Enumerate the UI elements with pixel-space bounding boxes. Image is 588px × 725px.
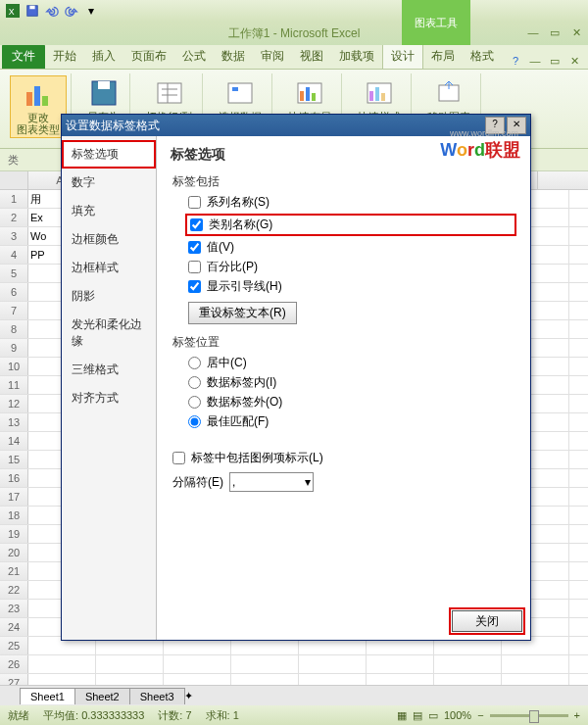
row-header[interactable]: 4: [0, 246, 28, 264]
col-header[interactable]: [0, 171, 28, 189]
zoom-level[interactable]: 100%: [444, 709, 471, 721]
cell[interactable]: [96, 655, 164, 673]
row-header[interactable]: 13: [0, 413, 28, 431]
row-header[interactable]: 24: [0, 618, 28, 636]
dialog-nav-item[interactable]: 边框样式: [62, 254, 156, 282]
label-option-checkbox[interactable]: [188, 241, 201, 254]
ribbon-tabs: 文件 开始 插入 页面布 公式 数据 审阅 视图 加载项 设计 布局 格式 ? …: [0, 45, 588, 70]
maximize-button[interactable]: ▭: [547, 26, 563, 40]
row-header[interactable]: 11: [0, 376, 28, 394]
close-window-button[interactable]: ✕: [568, 26, 584, 40]
sheet-tab[interactable]: Sheet1: [20, 688, 75, 704]
zoom-in-button[interactable]: +: [574, 709, 580, 721]
row-header[interactable]: 8: [0, 320, 28, 338]
row-header[interactable]: 16: [0, 469, 28, 487]
sheet-tab[interactable]: Sheet3: [129, 688, 185, 704]
dialog-close-button[interactable]: 关闭: [452, 610, 522, 632]
label-option-checkbox[interactable]: [188, 196, 201, 209]
window-title: 工作簿1 - Microsoft Excel: [228, 25, 361, 42]
doc-min-button[interactable]: —: [527, 55, 543, 69]
tab-pagelayout[interactable]: 页面布: [123, 44, 174, 69]
row-header[interactable]: 7: [0, 302, 28, 319]
row-header[interactable]: 5: [0, 265, 28, 282]
doc-close-button[interactable]: ✕: [566, 55, 582, 69]
tab-layout[interactable]: 布局: [423, 44, 463, 69]
cell[interactable]: [367, 655, 434, 673]
view-pagebreak-icon[interactable]: ▭: [428, 709, 438, 722]
row-header[interactable]: 18: [0, 507, 28, 524]
redo-icon[interactable]: [63, 2, 80, 20]
tab-file[interactable]: 文件: [2, 44, 45, 69]
row-header[interactable]: 14: [0, 432, 28, 450]
row-header[interactable]: 20: [0, 544, 28, 561]
new-sheet-button[interactable]: ✦: [184, 690, 193, 702]
undo-icon[interactable]: [43, 2, 61, 20]
doc-max-button[interactable]: ▭: [547, 55, 563, 69]
row-header[interactable]: 15: [0, 451, 28, 468]
cell[interactable]: [164, 655, 231, 673]
tab-home[interactable]: 开始: [45, 44, 84, 69]
tab-view[interactable]: 视图: [292, 44, 331, 69]
row-header[interactable]: 22: [0, 581, 28, 599]
label-option-checkbox[interactable]: [188, 261, 201, 273]
row-header[interactable]: 12: [0, 395, 28, 412]
label-position-radio[interactable]: [188, 376, 201, 389]
tab-design[interactable]: 设计: [382, 43, 423, 69]
cell[interactable]: [28, 655, 96, 673]
zoom-slider[interactable]: [490, 714, 568, 717]
row-header[interactable]: 25: [0, 637, 28, 654]
label-position-radio[interactable]: [188, 415, 201, 428]
dialog-nav-item[interactable]: 数字: [62, 169, 156, 197]
label-option-checkbox[interactable]: [188, 280, 201, 293]
cell[interactable]: [299, 655, 367, 673]
label-option-checkbox[interactable]: [190, 218, 203, 231]
row-header[interactable]: 1: [0, 190, 28, 208]
tab-review[interactable]: 审阅: [253, 44, 292, 69]
minimize-button[interactable]: —: [525, 26, 541, 40]
dialog-nav-item[interactable]: 填充: [62, 197, 156, 225]
view-layout-icon[interactable]: ▤: [413, 709, 422, 722]
dialog-nav-item[interactable]: 标签选项: [62, 140, 156, 169]
tab-addins[interactable]: 加载项: [331, 44, 382, 69]
row-header[interactable]: 17: [0, 488, 28, 506]
label-position-radio[interactable]: [188, 357, 201, 369]
qat-dropdown-icon[interactable]: ▾: [82, 2, 100, 20]
tab-format[interactable]: 格式: [463, 44, 502, 69]
context-tab-chart-tools: 图表工具: [402, 0, 470, 45]
tab-formulas[interactable]: 公式: [174, 44, 214, 69]
cell[interactable]: [231, 655, 299, 673]
dialog-nav-item[interactable]: 对齐方式: [62, 384, 156, 412]
reset-label-text-button[interactable]: 重设标签文本(R): [188, 302, 297, 324]
row-header[interactable]: 23: [0, 600, 28, 617]
cell[interactable]: [434, 655, 502, 673]
zoom-out-button[interactable]: −: [477, 709, 483, 721]
dialog-nav-item[interactable]: 边框颜色: [62, 225, 156, 254]
row-header[interactable]: 9: [0, 339, 28, 357]
name-box[interactable]: 类: [8, 153, 47, 168]
row-header[interactable]: 21: [0, 562, 28, 580]
row-header[interactable]: 26: [0, 655, 28, 673]
view-normal-icon[interactable]: ▦: [397, 709, 407, 722]
save-icon[interactable]: [24, 2, 41, 20]
sheet-tabs: Sheet1Sheet2Sheet3 ✦: [0, 685, 588, 705]
svg-rect-4: [26, 92, 32, 106]
cell[interactable]: [502, 655, 569, 673]
row-header[interactable]: 10: [0, 358, 28, 375]
separator-select[interactable]: , ▾: [229, 472, 314, 492]
dialog-nav-item[interactable]: 发光和柔化边缘: [62, 311, 156, 356]
legend-key-checkbox[interactable]: [172, 452, 185, 464]
excel-icon[interactable]: X: [4, 2, 22, 20]
tab-insert[interactable]: 插入: [84, 44, 123, 69]
row-header[interactable]: 2: [0, 209, 28, 226]
row-header[interactable]: 19: [0, 525, 28, 543]
help-button[interactable]: ?: [508, 55, 523, 69]
ribbon-change-type-button[interactable]: 更改图表类型: [10, 75, 67, 138]
dialog-nav: 标签选项数字填充边框颜色边框样式阴影发光和柔化边缘三维格式对齐方式: [62, 136, 157, 640]
label-position-radio[interactable]: [188, 396, 201, 409]
sheet-tab[interactable]: Sheet2: [74, 688, 130, 704]
row-header[interactable]: 3: [0, 227, 28, 245]
dialog-nav-item[interactable]: 三维格式: [62, 356, 156, 384]
row-header[interactable]: 6: [0, 283, 28, 301]
dialog-nav-item[interactable]: 阴影: [62, 282, 156, 311]
tab-data[interactable]: 数据: [214, 44, 253, 69]
